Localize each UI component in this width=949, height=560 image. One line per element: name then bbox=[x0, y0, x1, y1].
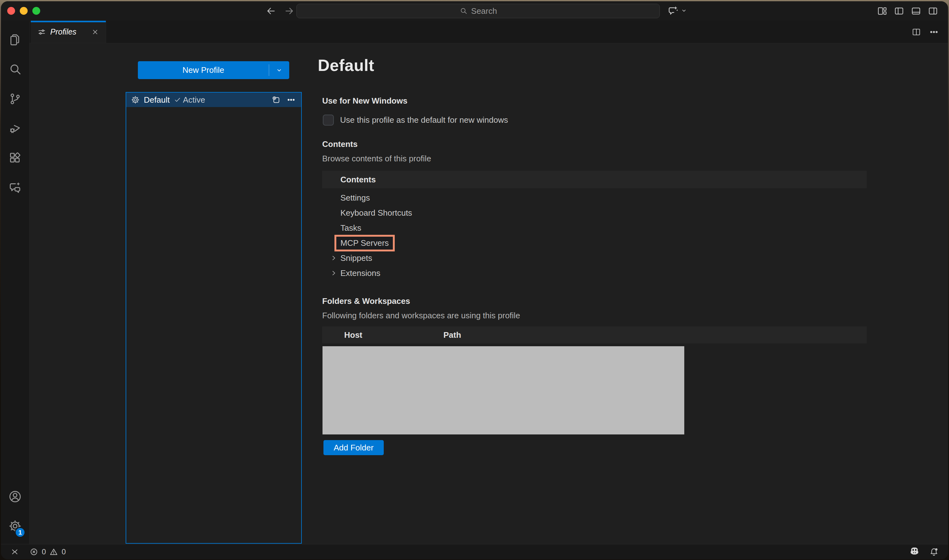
activity-bar: 1 bbox=[1, 21, 29, 544]
checkbox-label: Use this profile as the default for new … bbox=[340, 115, 508, 125]
toggle-primary-sidebar-icon[interactable] bbox=[894, 5, 905, 17]
error-icon bbox=[29, 547, 39, 557]
profiles-list: Default Active bbox=[126, 92, 302, 544]
profile-row-default[interactable]: Default Active bbox=[126, 92, 301, 107]
contents-item-label-box: MCP Servers bbox=[334, 235, 395, 251]
contents-item-label-box: Keyboard Shortcuts bbox=[340, 208, 412, 218]
settings-gear-icon[interactable]: 1 bbox=[1, 511, 29, 541]
zoom-window-button[interactable] bbox=[32, 7, 40, 15]
toggle-secondary-sidebar-icon[interactable] bbox=[927, 5, 939, 17]
copilot-status-icon[interactable] bbox=[909, 545, 920, 559]
folders-description: Following folders and workspaces are usi… bbox=[322, 311, 520, 320]
settings-badge: 1 bbox=[15, 527, 25, 538]
copilot-chat-icon bbox=[667, 5, 679, 17]
profile-more-actions-icon[interactable] bbox=[286, 95, 296, 105]
customize-layout-icon[interactable] bbox=[877, 5, 888, 17]
add-folder-button[interactable]: Add Folder bbox=[324, 440, 384, 455]
search-view-icon[interactable] bbox=[1, 55, 29, 84]
chevron-right-icon[interactable] bbox=[330, 269, 338, 277]
new-profile-label[interactable]: New Profile bbox=[138, 61, 269, 79]
warning-icon bbox=[49, 547, 59, 557]
tune-settings-icon bbox=[37, 27, 46, 37]
contents-item[interactable]: Keyboard Shortcuts bbox=[322, 205, 867, 220]
folders-table-header: Host Path bbox=[322, 326, 867, 343]
warning-count: 0 bbox=[62, 548, 66, 556]
profile-title: Default bbox=[318, 56, 374, 75]
extensions-icon[interactable] bbox=[1, 143, 29, 173]
contents-item-label-box: Tasks bbox=[340, 223, 361, 233]
chevron-down-icon bbox=[680, 6, 688, 15]
contents-item-label: Snippets bbox=[340, 253, 372, 263]
status-bar: 0 0 bbox=[1, 544, 948, 559]
editor-tab-bar: Profiles bbox=[29, 21, 948, 43]
contents-item-label-box: Extensions bbox=[340, 268, 380, 278]
contents-item-label-box: Settings bbox=[340, 193, 370, 203]
problems-indicator[interactable]: 0 0 bbox=[29, 547, 66, 557]
new-profile-dropdown[interactable] bbox=[269, 61, 289, 79]
profile-gear-icon bbox=[131, 95, 140, 105]
tab-profiles[interactable]: Profiles bbox=[31, 21, 106, 43]
run-and-debug-icon[interactable] bbox=[1, 114, 29, 143]
close-tab-icon[interactable] bbox=[91, 28, 100, 36]
column-host: Host bbox=[344, 330, 362, 340]
contents-item-label: Settings bbox=[340, 193, 370, 203]
minimize-window-button[interactable] bbox=[20, 7, 28, 15]
error-count: 0 bbox=[42, 548, 46, 556]
new-profile-from-this-icon[interactable] bbox=[271, 95, 281, 105]
navigate-back-icon[interactable] bbox=[265, 5, 277, 17]
contents-item-label: Keyboard Shortcuts bbox=[340, 208, 412, 218]
navigate-forward-icon[interactable] bbox=[283, 5, 295, 17]
contents-item-label: Tasks bbox=[340, 223, 361, 233]
chevron-right-icon[interactable] bbox=[330, 254, 338, 262]
contents-item-label: Extensions bbox=[340, 268, 380, 278]
command-center-search[interactable]: Search bbox=[296, 4, 660, 18]
profile-status-badge: Active bbox=[183, 95, 205, 105]
contents-item[interactable]: Snippets bbox=[322, 251, 867, 266]
check-icon bbox=[173, 96, 182, 104]
more-actions-icon[interactable] bbox=[929, 27, 939, 37]
notifications-bell-icon[interactable] bbox=[929, 546, 939, 557]
contents-list: Settings Keyboard Shortcuts Task bbox=[322, 190, 867, 281]
title-bar: Search bbox=[1, 1, 948, 21]
contents-item-label: MCP Servers bbox=[340, 238, 389, 248]
folders-table-empty-body bbox=[322, 346, 684, 434]
close-window-button[interactable] bbox=[7, 7, 15, 15]
contents-heading: Contents bbox=[322, 139, 358, 149]
folders-workspaces-heading: Folders & Workspaces bbox=[322, 296, 410, 306]
new-profile-button[interactable]: New Profile bbox=[138, 61, 289, 79]
use-for-new-windows-heading: Use for New Windows bbox=[322, 96, 407, 106]
chat-icon[interactable] bbox=[1, 173, 29, 202]
source-control-icon[interactable] bbox=[1, 84, 29, 114]
toggle-panel-icon[interactable] bbox=[910, 5, 922, 17]
contents-item[interactable]: Extensions bbox=[322, 266, 867, 281]
default-for-new-windows-checkbox[interactable] bbox=[323, 115, 334, 126]
profiles-editor: New Profile Default bbox=[29, 43, 948, 544]
remote-indicator-icon[interactable] bbox=[10, 547, 20, 557]
profile-name: Default bbox=[144, 95, 169, 105]
accounts-icon[interactable] bbox=[1, 482, 29, 511]
profile-details: Default Use for New Windows Use this pro… bbox=[322, 43, 867, 544]
contents-description: Browse contents of this profile bbox=[322, 154, 431, 163]
contents-item-label-box: Snippets bbox=[340, 253, 372, 263]
window-controls bbox=[7, 7, 40, 15]
contents-item[interactable]: MCP Servers bbox=[322, 235, 867, 251]
column-path: Path bbox=[444, 330, 461, 340]
copilot-menu-button[interactable] bbox=[667, 5, 688, 17]
contents-item[interactable]: Tasks bbox=[322, 220, 867, 235]
tab-label: Profiles bbox=[50, 27, 76, 36]
search-placeholder: Search bbox=[471, 6, 497, 16]
split-editor-icon[interactable] bbox=[911, 27, 922, 37]
contents-table-header: Contents bbox=[322, 171, 867, 188]
contents-item[interactable]: Settings bbox=[322, 190, 867, 205]
explorer-icon[interactable] bbox=[1, 25, 29, 55]
vscode-window: Search bbox=[1, 1, 948, 559]
search-icon bbox=[459, 6, 468, 15]
